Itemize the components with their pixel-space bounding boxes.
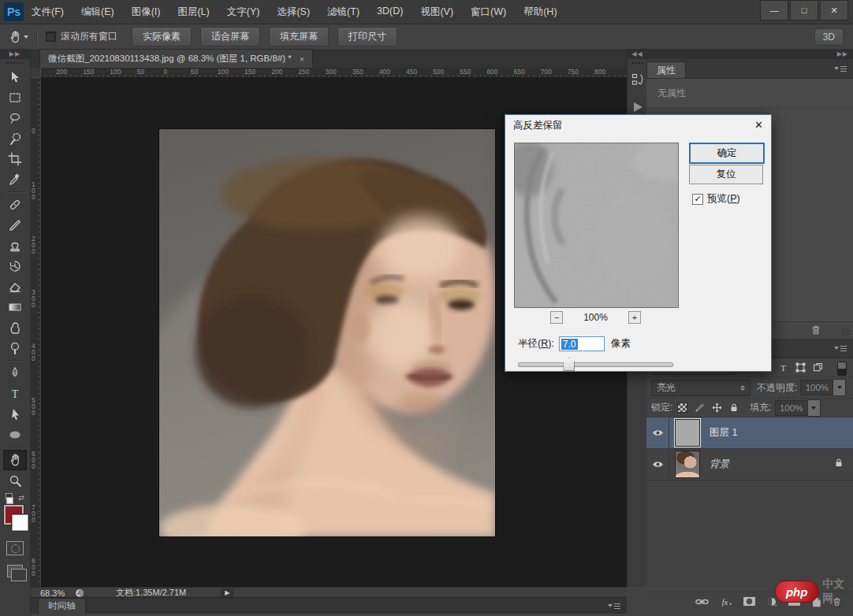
radius-input[interactable]: 7.0 [559,336,605,351]
layer-style-fx-icon[interactable]: fx [719,596,732,607]
zoom-out-button[interactable]: − [550,311,563,324]
menu-item-8[interactable]: 视图(V) [420,6,453,19]
smudge-tool[interactable] [3,317,27,338]
radius-label: 半径(R): [518,337,554,351]
menu-item-0[interactable]: 文件(F) [32,6,64,19]
dodge-tool[interactable] [3,338,27,358]
shape-layer-filter-icon[interactable] [795,362,806,373]
eraser-tool[interactable] [3,276,27,297]
lasso-tool[interactable] [3,108,27,128]
menu-item-10[interactable]: 帮助(H) [523,6,557,19]
lock-transparency-icon[interactable] [677,403,687,413]
marquee-tool[interactable] [3,87,27,108]
ellipse-shape-tool[interactable] [3,425,27,445]
eye-icon[interactable] [652,460,664,469]
preview-checkbox[interactable]: ✓ [692,194,703,205]
collapse-tools-icon[interactable]: ▶▶ [0,49,30,59]
panel-grip[interactable] [6,61,24,65]
ok-button[interactable]: 确定 [689,143,765,164]
vertical-ruler[interactable]: 01 0 02 0 03 0 04 0 05 0 06 0 07 0 08 0 … [31,77,41,587]
eyedropper-tool[interactable] [3,169,27,190]
layer-thumbnail[interactable] [675,419,700,447]
quick-select-tool[interactable] [3,128,27,149]
status-menu-arrow-icon[interactable]: ▶ [221,588,233,597]
maximize-button[interactable]: □ [790,0,818,20]
swap-colors-icon[interactable]: ⇄ [18,494,24,502]
history-brush-tool[interactable] [3,256,27,276]
quick-mask-button[interactable] [6,541,24,555]
ruler-origin[interactable] [31,68,41,78]
collapse-dock-icon[interactable]: ▶▶ [646,49,853,59]
clone-stamp-tool[interactable] [3,236,27,256]
3d-button[interactable]: 3D [814,28,844,46]
menu-item-4[interactable]: 文字(Y) [227,6,260,19]
layer-thumbnail[interactable] [675,451,700,478]
opacity-dropdown-icon[interactable] [833,379,846,396]
filter-preview[interactable] [514,143,679,308]
tool-preset-hand[interactable] [8,30,28,44]
menu-item-7[interactable]: 3D(D) [377,6,403,19]
lock-all-icon[interactable] [729,403,739,413]
move-tool[interactable] [3,67,27,87]
dialog-title[interactable]: 高反差保留 [505,115,771,135]
opacity-value[interactable]: 100% [800,380,833,395]
timeline-menu-icon[interactable] [608,602,620,610]
default-colors-icon[interactable] [6,493,15,503]
crop-tool[interactable] [3,149,27,169]
fill-value[interactable]: 100% [775,400,808,416]
layer-row-1[interactable]: 背景 [646,449,853,481]
layers-menu-icon[interactable] [834,344,847,352]
tab-timeline[interactable]: 时间轴 [38,598,86,614]
trash-icon[interactable] [810,325,821,336]
link-layers-icon[interactable] [695,597,709,607]
smart-object-filter-icon[interactable] [812,362,824,373]
properties-menu-icon[interactable] [834,65,847,72]
type-tool[interactable]: T [3,384,27,404]
tab-close-icon[interactable]: × [300,54,304,64]
layer-row-0[interactable]: 图层 1 [646,417,853,449]
menu-item-3[interactable]: 图层(L) [177,6,209,19]
screen-mode-button[interactable] [7,565,23,577]
radius-slider[interactable] [518,358,672,370]
hand-tool[interactable] [3,450,27,470]
menu-item-6[interactable]: 滤镜(T) [327,6,359,19]
document-image[interactable] [159,129,495,536]
path-select-tool[interactable] [3,404,27,425]
dialog-close-icon[interactable]: ✕ [754,119,763,131]
dock-grip[interactable] [631,61,643,65]
type-layer-filter-icon[interactable]: T [777,362,789,373]
close-button[interactable]: ✕ [820,0,848,20]
document-tab[interactable]: 微信截图_20210830113438.jpg @ 68.3% (图层 1, R… [39,49,313,68]
options-button-1[interactable]: 适合屏幕 [200,27,260,46]
properties-panel-icon[interactable] [628,72,647,90]
options-button-3[interactable]: 打印尺寸 [337,27,397,46]
gradient-tool[interactable] [3,297,27,317]
menu-item-1[interactable]: 编辑(E) [81,6,114,19]
menu-item-9[interactable]: 窗口(W) [471,6,506,19]
spot-healing-tool[interactable] [3,195,27,215]
reset-button[interactable]: 复位 [689,165,763,184]
zoom-tool[interactable] [3,470,27,491]
blend-mode-dropdown[interactable]: 亮光 [651,380,751,396]
zoom-in-button[interactable]: + [628,311,641,324]
layer-mask-icon[interactable] [743,596,756,607]
lock-paint-icon[interactable] [695,403,705,413]
brush-tool[interactable] [3,215,27,236]
expand-dock-icon[interactable]: ◀◀ [628,49,647,59]
scroll-all-windows-checkbox[interactable] [46,32,56,42]
lock-position-icon[interactable] [712,403,722,413]
menu-item-5[interactable]: 选择(S) [277,6,310,19]
filter-toggle-switch[interactable] [837,362,847,376]
tab-properties[interactable]: 属性 [646,61,686,78]
menu-item-2[interactable]: 图像(I) [132,6,161,19]
resize-grip[interactable] [842,328,850,336]
fill-dropdown-icon[interactable] [808,399,821,417]
eye-icon[interactable] [652,429,664,437]
background-color-swatch[interactable] [12,514,28,531]
minimize-button[interactable]: — [760,0,788,20]
slider-thumb[interactable] [563,358,575,371]
options-button-0[interactable]: 实际像素 [132,27,192,46]
zoom-level-field[interactable]: 68.3% [40,588,75,598]
options-button-2[interactable]: 填充屏幕 [269,27,329,46]
pen-tool[interactable] [3,363,27,384]
